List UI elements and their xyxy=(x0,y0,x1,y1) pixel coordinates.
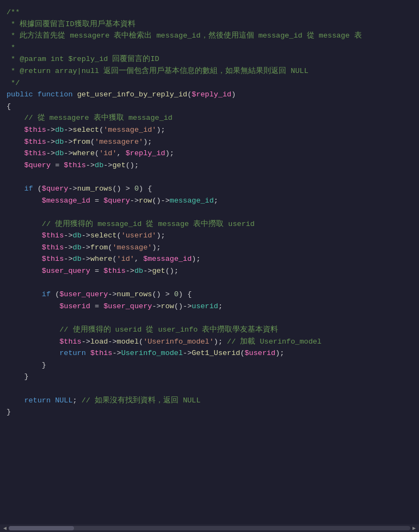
code-editor: /** * 根據回覆留言ID獲取用戶基本資料 * 此方法首先從 messager… xyxy=(0,0,419,532)
code-block: /** * 根據回覆留言ID獲取用戶基本資料 * 此方法首先從 messager… xyxy=(7,7,419,418)
scrollbar-thumb[interactable] xyxy=(9,526,74,530)
horizontal-scrollbar[interactable]: ◀ ▶ xyxy=(0,524,419,532)
scroll-right-arrow[interactable]: ▶ xyxy=(410,524,418,532)
scrollbar-track[interactable] xyxy=(9,526,410,530)
scroll-left-arrow[interactable]: ◀ xyxy=(1,524,9,532)
code-content-area[interactable]: /** * 根據回覆留言ID獲取用戶基本資料 * 此方法首先從 messager… xyxy=(0,0,419,524)
